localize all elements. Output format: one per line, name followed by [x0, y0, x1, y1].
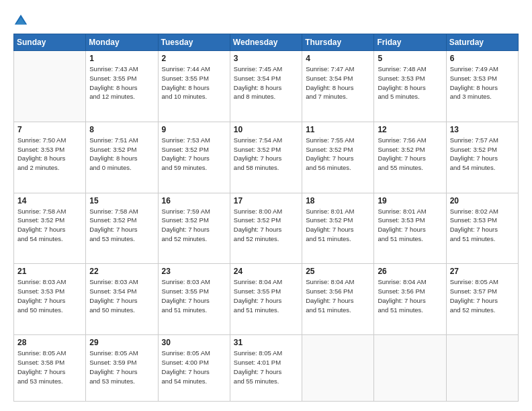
day-info: Sunrise: 7:57 AM Sunset: 3:52 PM Dayligh… [450, 136, 515, 173]
col-header-wednesday: Wednesday [230, 34, 302, 51]
day-number: 7 [17, 125, 82, 134]
day-info: Sunrise: 8:01 AM Sunset: 3:52 PM Dayligh… [306, 207, 370, 244]
day-info: Sunrise: 7:44 AM Sunset: 3:55 PM Dayligh… [162, 64, 226, 101]
day-cell: 5Sunrise: 7:48 AM Sunset: 3:53 PM Daylig… [374, 51, 446, 122]
day-cell: 27Sunrise: 8:05 AM Sunset: 3:57 PM Dayli… [446, 264, 518, 335]
day-info: Sunrise: 8:04 AM Sunset: 3:55 PM Dayligh… [234, 277, 298, 314]
day-cell: 16Sunrise: 7:59 AM Sunset: 3:52 PM Dayli… [158, 193, 230, 264]
day-info: Sunrise: 7:50 AM Sunset: 3:53 PM Dayligh… [17, 136, 82, 173]
day-number: 23 [162, 267, 226, 276]
day-cell: 18Sunrise: 8:01 AM Sunset: 3:52 PM Dayli… [302, 193, 374, 264]
day-info: Sunrise: 8:02 AM Sunset: 3:53 PM Dayligh… [450, 207, 515, 244]
day-cell: 7Sunrise: 7:50 AM Sunset: 3:53 PM Daylig… [14, 122, 86, 193]
day-number: 14 [17, 196, 82, 205]
day-number: 2 [162, 54, 226, 63]
day-cell: 17Sunrise: 8:00 AM Sunset: 3:52 PM Dayli… [230, 193, 302, 264]
day-info: Sunrise: 7:51 AM Sunset: 3:52 PM Dayligh… [89, 136, 154, 173]
day-cell: 14Sunrise: 7:58 AM Sunset: 3:52 PM Dayli… [14, 193, 86, 264]
day-cell [374, 335, 446, 402]
week-row-3: 14Sunrise: 7:58 AM Sunset: 3:52 PM Dayli… [14, 193, 519, 264]
day-number: 30 [162, 338, 226, 347]
day-info: Sunrise: 8:03 AM Sunset: 3:55 PM Dayligh… [162, 277, 226, 314]
day-number: 22 [89, 267, 154, 276]
day-number: 17 [234, 196, 298, 205]
day-cell: 9Sunrise: 7:53 AM Sunset: 3:52 PM Daylig… [158, 122, 230, 193]
day-number: 5 [378, 54, 442, 63]
day-info: Sunrise: 7:56 AM Sunset: 3:52 PM Dayligh… [378, 136, 442, 173]
day-info: Sunrise: 7:49 AM Sunset: 3:53 PM Dayligh… [450, 64, 515, 101]
col-header-thursday: Thursday [302, 34, 374, 51]
day-cell [302, 335, 374, 402]
day-cell: 22Sunrise: 8:03 AM Sunset: 3:54 PM Dayli… [86, 264, 158, 335]
day-number: 29 [89, 338, 154, 347]
day-info: Sunrise: 7:48 AM Sunset: 3:53 PM Dayligh… [378, 64, 442, 101]
day-number: 10 [234, 125, 298, 134]
day-cell: 24Sunrise: 8:04 AM Sunset: 3:55 PM Dayli… [230, 264, 302, 335]
day-number: 3 [234, 54, 298, 63]
day-number: 16 [162, 196, 226, 205]
day-cell: 6Sunrise: 7:49 AM Sunset: 3:53 PM Daylig… [446, 51, 518, 122]
day-number: 31 [234, 338, 298, 347]
day-number: 19 [378, 196, 442, 205]
col-header-friday: Friday [374, 34, 446, 51]
day-number: 15 [89, 196, 154, 205]
day-cell: 26Sunrise: 8:04 AM Sunset: 3:56 PM Dayli… [374, 264, 446, 335]
col-header-monday: Monday [86, 34, 158, 51]
day-cell: 1Sunrise: 7:43 AM Sunset: 3:55 PM Daylig… [86, 51, 158, 122]
day-number: 11 [306, 125, 370, 134]
day-number: 18 [306, 196, 370, 205]
day-cell: 25Sunrise: 8:04 AM Sunset: 3:56 PM Dayli… [302, 264, 374, 335]
day-cell: 23Sunrise: 8:03 AM Sunset: 3:55 PM Dayli… [158, 264, 230, 335]
day-number: 25 [306, 267, 370, 276]
day-cell: 8Sunrise: 7:51 AM Sunset: 3:52 PM Daylig… [86, 122, 158, 193]
day-cell: 15Sunrise: 7:58 AM Sunset: 3:52 PM Dayli… [86, 193, 158, 264]
day-number: 6 [450, 54, 515, 63]
col-header-tuesday: Tuesday [158, 34, 230, 51]
day-number: 20 [450, 196, 515, 205]
day-cell [446, 335, 518, 402]
day-number: 28 [17, 338, 82, 347]
day-cell: 21Sunrise: 8:03 AM Sunset: 3:53 PM Dayli… [14, 264, 86, 335]
col-header-sunday: Sunday [14, 34, 86, 51]
day-info: Sunrise: 7:43 AM Sunset: 3:55 PM Dayligh… [89, 64, 154, 101]
day-cell: 12Sunrise: 7:56 AM Sunset: 3:52 PM Dayli… [374, 122, 446, 193]
day-cell: 4Sunrise: 7:47 AM Sunset: 3:54 PM Daylig… [302, 51, 374, 122]
day-info: Sunrise: 8:04 AM Sunset: 3:56 PM Dayligh… [306, 277, 370, 314]
calendar-table: SundayMondayTuesdayWednesdayThursdayFrid… [13, 34, 519, 402]
logo-icon [13, 13, 28, 28]
day-cell: 11Sunrise: 7:55 AM Sunset: 3:52 PM Dayli… [302, 122, 374, 193]
day-cell: 30Sunrise: 8:05 AM Sunset: 4:00 PM Dayli… [158, 335, 230, 402]
day-info: Sunrise: 7:58 AM Sunset: 3:52 PM Dayligh… [89, 207, 154, 244]
day-cell: 29Sunrise: 8:05 AM Sunset: 3:59 PM Dayli… [86, 335, 158, 402]
day-number: 26 [378, 267, 442, 276]
week-row-1: 1Sunrise: 7:43 AM Sunset: 3:55 PM Daylig… [14, 51, 519, 122]
calendar-header-row: SundayMondayTuesdayWednesdayThursdayFrid… [14, 34, 519, 51]
day-info: Sunrise: 7:55 AM Sunset: 3:52 PM Dayligh… [306, 136, 370, 173]
day-info: Sunrise: 8:05 AM Sunset: 3:58 PM Dayligh… [17, 349, 82, 385]
day-cell: 13Sunrise: 7:57 AM Sunset: 3:52 PM Dayli… [446, 122, 518, 193]
week-row-2: 7Sunrise: 7:50 AM Sunset: 3:53 PM Daylig… [14, 122, 519, 193]
week-row-5: 28Sunrise: 8:05 AM Sunset: 3:58 PM Dayli… [14, 335, 519, 402]
day-cell: 19Sunrise: 8:01 AM Sunset: 3:53 PM Dayli… [374, 193, 446, 264]
day-info: Sunrise: 7:53 AM Sunset: 3:52 PM Dayligh… [162, 136, 226, 173]
day-cell: 31Sunrise: 8:05 AM Sunset: 4:01 PM Dayli… [230, 335, 302, 402]
day-info: Sunrise: 7:58 AM Sunset: 3:52 PM Dayligh… [17, 207, 82, 244]
day-cell: 28Sunrise: 8:05 AM Sunset: 3:58 PM Dayli… [14, 335, 86, 402]
day-cell [14, 51, 86, 122]
day-number: 21 [17, 267, 82, 276]
day-number: 27 [450, 267, 515, 276]
day-number: 8 [89, 125, 154, 134]
day-info: Sunrise: 8:05 AM Sunset: 4:01 PM Dayligh… [234, 349, 298, 385]
day-number: 12 [378, 125, 442, 134]
day-cell: 20Sunrise: 8:02 AM Sunset: 3:53 PM Dayli… [446, 193, 518, 264]
day-info: Sunrise: 7:45 AM Sunset: 3:54 PM Dayligh… [234, 64, 298, 101]
col-header-saturday: Saturday [446, 34, 518, 51]
day-info: Sunrise: 8:05 AM Sunset: 3:57 PM Dayligh… [450, 277, 515, 314]
day-cell: 3Sunrise: 7:45 AM Sunset: 3:54 PM Daylig… [230, 51, 302, 122]
header [13, 12, 519, 28]
day-info: Sunrise: 8:05 AM Sunset: 3:59 PM Dayligh… [89, 349, 154, 385]
day-info: Sunrise: 8:01 AM Sunset: 3:53 PM Dayligh… [378, 207, 442, 244]
day-number: 4 [306, 54, 370, 63]
day-info: Sunrise: 8:04 AM Sunset: 3:56 PM Dayligh… [378, 277, 442, 314]
day-number: 9 [162, 125, 226, 134]
